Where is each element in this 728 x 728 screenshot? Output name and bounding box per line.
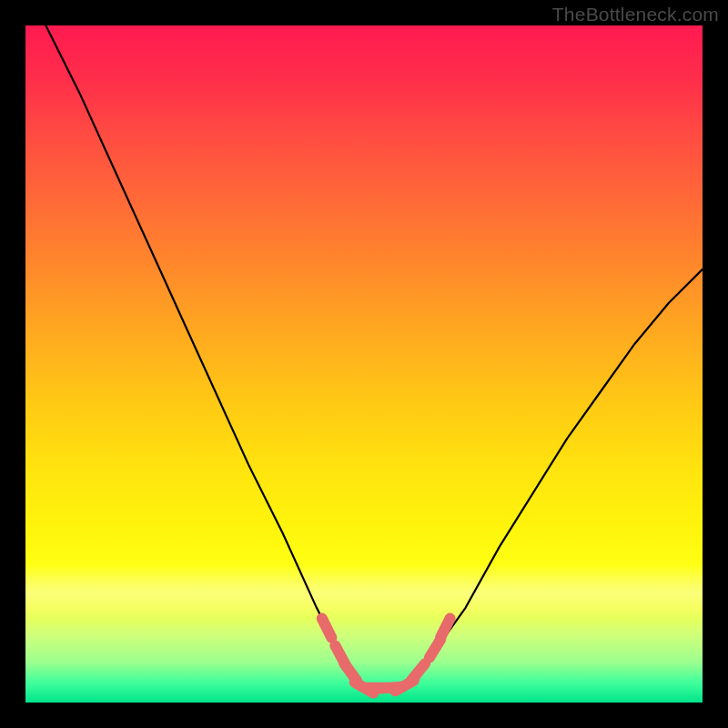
valley-marker — [411, 663, 425, 680]
bottleneck-curve — [46, 25, 703, 689]
watermark-text: TheBottleneck.com — [552, 4, 719, 25]
curve-layer — [25, 25, 703, 703]
valley-marker — [440, 619, 450, 638]
chart-frame: TheBottleneck.com — [0, 0, 728, 728]
valley-marker — [322, 619, 332, 638]
plot-area — [25, 25, 703, 703]
